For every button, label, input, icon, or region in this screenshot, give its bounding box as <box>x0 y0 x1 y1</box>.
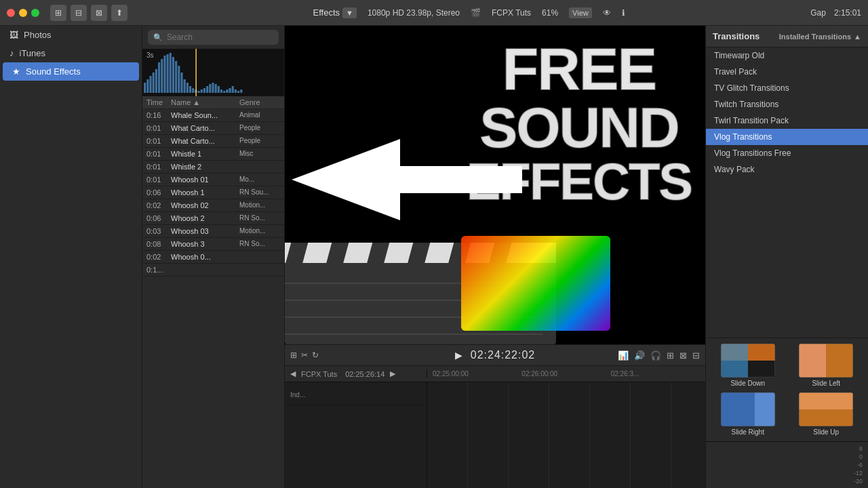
zoom-control[interactable]: 61% <box>542 8 558 18</box>
svg-rect-28 <box>220 89 222 93</box>
row-name: What Carto... <box>171 124 239 132</box>
source-sidebar: 🖼 Photos ♪ iTunes ★ Sound Effects <box>0 26 142 488</box>
slide-up-thumb <box>799 392 853 426</box>
slide-down-label: Slide Down <box>730 380 765 387</box>
search-input[interactable] <box>167 33 273 42</box>
col-name[interactable]: Name ▲ <box>171 98 239 106</box>
transition-slide-right[interactable]: Slide Right <box>711 392 785 436</box>
solo-icon[interactable]: ⊞ <box>667 350 674 361</box>
installed-transitions-dropdown[interactable]: Installed Transitions ▲ <box>779 33 861 41</box>
row-name: Whale Soun... <box>171 111 239 119</box>
table-row[interactable]: 0:01 Whoosh 01 Mo... <box>142 174 284 186</box>
svg-rect-5 <box>155 69 157 93</box>
table-row[interactable]: 0:02 Whoosh 0... <box>142 251 284 264</box>
table-row[interactable]: 0:03 Whoosh 03 Motion... <box>142 225 284 238</box>
transition-slide-left[interactable]: Slide Left <box>790 344 863 387</box>
fullscreen-button[interactable] <box>31 9 39 17</box>
transitions-panel: Transitions Installed Transitions ▲ Time… <box>705 26 868 488</box>
table-row[interactable]: 0:06 Whoosh 2 RN So... <box>142 212 284 225</box>
table-row[interactable]: 0:02 Whoosh 02 Motion... <box>142 199 284 212</box>
row-name: Whistle 2 <box>171 163 239 171</box>
list-item[interactable]: Vlog Transitions Free <box>706 145 868 161</box>
search-box[interactable]: 🔍 <box>148 30 279 45</box>
timeline-tracks: Ind... <box>285 382 705 488</box>
sidebar-item-soundeffects[interactable]: ★ Sound Effects <box>3 62 139 81</box>
slide-down-thumb <box>721 344 775 378</box>
blade-icon[interactable]: ✂ <box>301 350 308 360</box>
svg-rect-31 <box>229 88 231 93</box>
timeline-icon[interactable]: ⊟ <box>71 5 87 21</box>
level-6: 6 <box>856 445 865 453</box>
eye-icon[interactable]: 👁 <box>603 8 611 18</box>
list-item[interactable]: Vlog Transitions <box>706 129 868 145</box>
library-icon[interactable]: ⊞ <box>50 5 66 21</box>
list-item[interactable]: Twirl Transition Pack <box>706 113 868 129</box>
expand-icon[interactable]: ⊠ <box>679 350 687 361</box>
minimize-button[interactable] <box>19 9 27 17</box>
share-icon[interactable]: ⬆ <box>111 5 127 21</box>
table-row[interactable]: 0:01 What Carto... People <box>142 122 284 135</box>
resolution-label: 1080p HD 23.98p, Stereo <box>368 8 460 18</box>
table-row[interactable]: 0:01 Whistle 2 <box>142 161 284 174</box>
table-row[interactable]: 0:1... <box>142 264 284 277</box>
list-item[interactable]: Twitch Transitions <box>706 96 868 113</box>
svg-rect-3 <box>149 76 151 93</box>
svg-rect-56 <box>799 344 826 378</box>
close-button[interactable] <box>7 9 15 17</box>
table-row[interactable]: 0:16 Whale Soun... Animal <box>142 109 284 122</box>
col-time[interactable]: Time <box>146 98 171 106</box>
table-row[interactable]: 0:06 Whoosh 1 RN Sou... <box>142 186 284 199</box>
row-time: 0:02 <box>146 253 171 261</box>
info-icon[interactable]: ℹ <box>622 8 625 18</box>
project-label: FCPX Tuts <box>492 8 531 18</box>
time-marker-1: 02:25:00:00 <box>433 370 521 378</box>
row-name: Whoosh 3 <box>171 240 239 248</box>
forward-arrow[interactable]: ▶ <box>390 369 395 378</box>
slide-up-label: Slide Up <box>813 428 839 436</box>
soundeffects-icon: ★ <box>12 66 20 77</box>
row-time: 0:01 <box>146 176 171 184</box>
transition-slide-up[interactable]: Slide Up <box>790 392 863 436</box>
volume-icon[interactable]: 🔊 <box>634 350 645 361</box>
photos-icon: 🖼 <box>9 30 18 40</box>
view-dropdown[interactable]: View <box>569 7 592 18</box>
sidebar-label-itunes: iTunes <box>20 48 46 58</box>
layout-icon[interactable]: ⊟ <box>692 350 700 361</box>
list-item[interactable]: Travel Pack <box>706 64 868 80</box>
track-labels: Ind... <box>285 382 427 488</box>
transport-play-icon[interactable]: ▶ <box>455 350 462 361</box>
track-label-1: Ind... <box>285 385 427 405</box>
sort-icon: ▲ <box>193 98 200 106</box>
row-time: 0:01 <box>146 150 171 158</box>
sidebar-label-photos: Photos <box>24 30 51 40</box>
table-row[interactable]: 0:01 Whistle 1 Misc <box>142 148 284 161</box>
transition-slide-down[interactable]: Slide Down <box>711 344 785 387</box>
sfx-table: 0:16 Whale Soun... Animal 0:01 What Cart… <box>142 109 284 488</box>
sidebar-item-photos[interactable]: 🖼 Photos <box>0 26 142 44</box>
itunes-icon: ♪ <box>9 48 14 58</box>
row-time: 0:01 <box>146 124 171 132</box>
svg-rect-52 <box>721 344 748 378</box>
titlebar-right: Gap 2:15:01 <box>810 8 861 18</box>
sidebar-item-itunes[interactable]: ♪ iTunes <box>0 44 142 62</box>
back-arrow[interactable]: ◀ <box>290 369 296 378</box>
row-genre: People <box>239 124 280 132</box>
col-genre[interactable]: Genre <box>239 98 280 106</box>
select-icon[interactable]: ↻ <box>312 350 319 360</box>
audio-meter-icon[interactable]: 📊 <box>618 350 629 361</box>
table-row[interactable]: 0:08 Whoosh 3 RN So... <box>142 238 284 251</box>
list-item[interactable]: Timewarp Old <box>706 47 868 64</box>
index-icon[interactable]: ⊞ <box>290 350 297 360</box>
list-item[interactable]: TV Glitch Transitions <box>706 80 868 96</box>
table-row[interactable]: 0:01 What Carto... People <box>142 135 284 148</box>
svg-rect-11 <box>172 57 174 93</box>
arrow-graphic <box>292 125 522 234</box>
effects-dropdown[interactable]: ▼ <box>342 7 357 18</box>
list-item[interactable]: Wavy Pack <box>706 161 868 178</box>
inspector-icon[interactable]: ⊠ <box>91 5 107 21</box>
row-time: 0:03 <box>146 227 171 235</box>
row-time: 0:06 <box>146 188 171 197</box>
headphone-icon[interactable]: 🎧 <box>650 350 661 361</box>
slide-right-label: Slide Right <box>732 428 764 436</box>
row-genre: Misc <box>239 150 280 158</box>
